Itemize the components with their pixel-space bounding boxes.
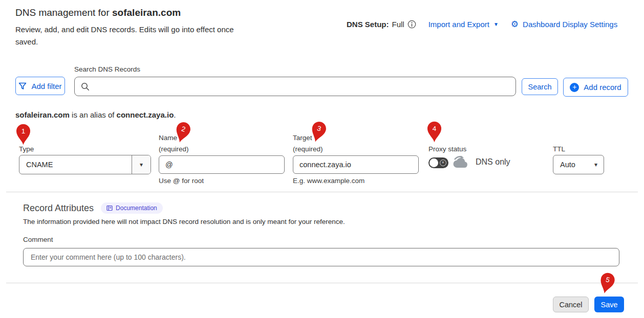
documentation-label: Documentation: [116, 205, 157, 212]
target-input[interactable]: [293, 155, 419, 174]
dns-setup-status: DNS Setup:Full: [347, 20, 416, 29]
step-marker-4-number: 4: [433, 125, 437, 132]
toggle-knob: [430, 158, 438, 167]
proxy-toggle[interactable]: ✕: [428, 157, 448, 168]
ttl-select-value: Auto: [553, 161, 588, 169]
proxy-status-value: DNS only: [476, 157, 510, 167]
dns-setup-label: DNS Setup:: [347, 20, 389, 29]
ttl-select[interactable]: Auto ▾: [553, 155, 604, 174]
type-label: Type: [19, 145, 34, 153]
comment-label: Comment: [23, 236, 53, 243]
dashboard-settings-label: Dashboard Display Settings: [523, 20, 617, 29]
section-divider: [6, 192, 638, 192]
name-hint: Use @ for root: [159, 177, 204, 185]
step-marker-5: 5: [597, 270, 617, 296]
filter-funnel-icon: [18, 82, 27, 90]
import-export-button[interactable]: Import and Export ▼: [428, 20, 499, 29]
alias-suffix: .: [174, 110, 176, 119]
page-subtitle: Review, add, and edit DNS records. Edits…: [15, 24, 256, 48]
search-button-label: Search: [528, 83, 552, 91]
add-record-button[interactable]: + Add record: [563, 78, 628, 97]
footer-divider: [6, 283, 638, 283]
step-marker-4: 4: [427, 121, 442, 143]
target-required-label: (required): [293, 145, 323, 153]
chevron-down-icon: ▾: [588, 161, 604, 168]
comment-input[interactable]: [23, 248, 619, 266]
step-marker-1: 1: [16, 123, 31, 146]
header-actions: DNS Setup:Full Import and Export ▼ ⚙ Das…: [347, 20, 617, 29]
dns-management-page: DNS management for sofaleiran.com Review…: [0, 0, 644, 318]
gear-icon: ⚙: [511, 20, 519, 29]
search-input[interactable]: [94, 77, 516, 96]
search-input-container: [74, 77, 516, 96]
record-attributes-heading: Record Attributes: [23, 203, 94, 214]
ttl-label: TTL: [553, 145, 565, 153]
page-title: DNS management for sofaleiran.com: [15, 7, 181, 18]
plus-circle-icon: +: [570, 83, 579, 92]
page-title-domain: sofaleiran.com: [112, 7, 181, 18]
type-select-value: CNAME: [19, 161, 132, 169]
chevron-down-icon: ▼: [493, 21, 499, 27]
cancel-button[interactable]: Cancel: [553, 297, 589, 312]
alias-note: sofaleiran.com is an alias of connect.za…: [15, 110, 176, 119]
toggle-x-icon: ✕: [440, 160, 446, 166]
alias-target: connect.zaya.io: [117, 110, 174, 119]
name-input[interactable]: [159, 155, 285, 174]
page-title-prefix: DNS management for: [15, 7, 112, 18]
alias-middle: is an alias of: [70, 110, 117, 119]
alias-domain: sofaleiran.com: [15, 110, 70, 119]
target-hint: E.g. www.example.com: [293, 177, 364, 185]
dashboard-display-settings-button[interactable]: ⚙ Dashboard Display Settings: [511, 20, 617, 29]
step-marker-1-number: 1: [22, 127, 26, 135]
search-dns-records-label: Search DNS Records: [74, 65, 140, 73]
dns-setup-value: Full: [392, 20, 404, 29]
proxy-status-label: Proxy status: [428, 145, 466, 153]
step-marker-2: 2: [172, 120, 192, 145]
step-marker-3: 3: [308, 119, 328, 145]
info-icon[interactable]: [407, 20, 416, 29]
book-icon: [106, 205, 113, 211]
search-button[interactable]: Search: [522, 78, 558, 95]
documentation-link[interactable]: Documentation: [101, 202, 163, 214]
search-icon: [81, 82, 90, 91]
type-select[interactable]: CNAME ▾: [19, 155, 151, 174]
save-button[interactable]: Save: [594, 297, 624, 312]
chevron-down-icon: ▾: [132, 155, 151, 174]
import-export-label: Import and Export: [428, 20, 489, 29]
cloud-icon: [452, 155, 469, 170]
add-filter-button[interactable]: Add filter: [15, 77, 65, 95]
record-attributes-description: The information provided here will not i…: [23, 218, 345, 225]
name-required-label: (required): [159, 145, 189, 153]
add-filter-label: Add filter: [31, 82, 61, 90]
add-record-label: Add record: [584, 83, 621, 92]
